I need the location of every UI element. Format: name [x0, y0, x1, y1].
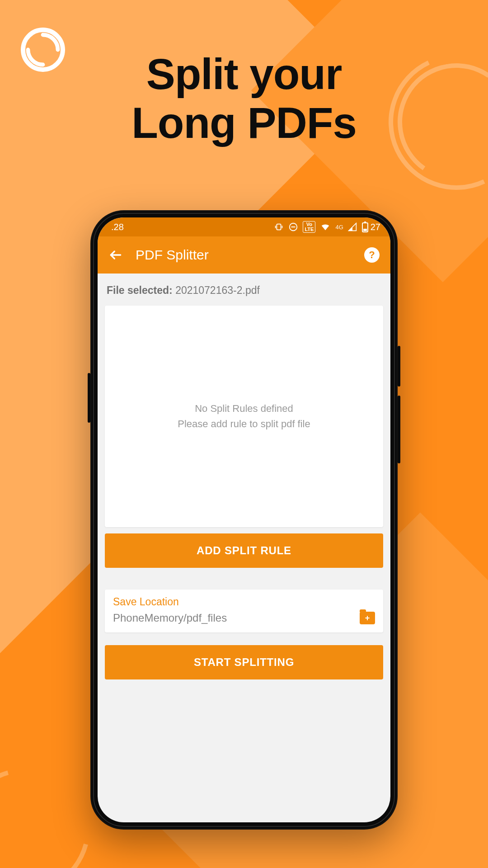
- start-splitting-button[interactable]: START SPLITTING: [105, 645, 383, 679]
- vibrate-icon: [274, 222, 284, 232]
- status-bar: .28 Vo LTE 4G 27: [98, 217, 390, 236]
- volte-icon: Vo LTE: [303, 221, 315, 233]
- svg-rect-7: [363, 229, 367, 231]
- rules-empty-line1: No Split Rules defined: [178, 401, 310, 416]
- battery-percent: 27: [371, 222, 380, 232]
- rules-empty-card: No Split Rules defined Please add rule t…: [105, 306, 383, 527]
- folder-add-icon[interactable]: +: [360, 612, 375, 624]
- signal-icon: [348, 222, 357, 231]
- battery-icon: [361, 222, 369, 232]
- add-split-rule-button[interactable]: ADD SPLIT RULE: [105, 533, 383, 568]
- file-selected-name: 2021072163-2.pdf: [175, 284, 260, 296]
- save-location-path: PhoneMemory/pdf_files: [113, 612, 227, 624]
- file-selected-row: File selected: 2021072163-2.pdf: [98, 274, 390, 306]
- wifi-icon: [320, 222, 331, 232]
- rules-empty-line2: Please add rule to split pdf file: [178, 416, 310, 432]
- file-selected-label: File selected:: [107, 284, 173, 296]
- data-saver-icon: [288, 222, 298, 232]
- back-icon[interactable]: [108, 248, 123, 262]
- network-label: 4G: [335, 224, 343, 231]
- help-icon[interactable]: ?: [364, 247, 380, 263]
- status-time: .28: [111, 222, 124, 232]
- save-location-card: Save Location PhoneMemory/pdf_files +: [105, 590, 383, 632]
- app-title: PDF Splitter: [136, 247, 352, 263]
- svg-rect-0: [277, 224, 281, 230]
- start-splitting-label: START SPLITTING: [194, 656, 294, 669]
- add-split-rule-label: ADD SPLIT RULE: [197, 544, 291, 557]
- app-bar: PDF Splitter ?: [98, 236, 390, 274]
- svg-rect-6: [364, 222, 366, 223]
- promo-headline: Split your Long PDFs: [0, 50, 488, 147]
- phone-frame: .28 Vo LTE 4G 27 PDF Splitter ? File sel…: [90, 210, 398, 830]
- phone-screen: .28 Vo LTE 4G 27 PDF Splitter ? File sel…: [98, 217, 390, 822]
- save-location-label: Save Location: [113, 596, 375, 608]
